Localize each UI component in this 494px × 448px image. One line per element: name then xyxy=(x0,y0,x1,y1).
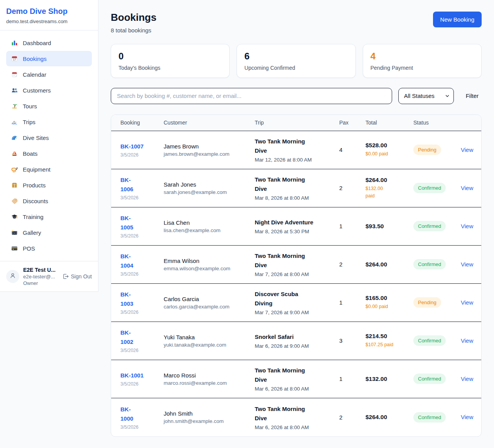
sign-out-button[interactable]: Sign Out xyxy=(63,273,92,280)
stat-value: 4 xyxy=(370,51,474,62)
booking-id-link[interactable]: BK-1001 xyxy=(120,371,144,380)
total-amount: $528.00 xyxy=(365,142,410,149)
trip-name: Discover Scuba Diving xyxy=(255,290,336,308)
trip-datetime: Mar 8, 2026 at 5:30 PM xyxy=(255,229,336,234)
booking-created-date: 3/5/2026 xyxy=(120,195,161,200)
sidebar-item-bookings[interactable]: 17 Bookings xyxy=(6,51,92,66)
stat-label: Upcoming Confirmed xyxy=(244,65,348,71)
pax-count: 3 xyxy=(339,332,365,349)
sidebar-footer: E2E Test U... e2e-tester@... Owner Sign … xyxy=(0,261,98,291)
view-booking-link[interactable]: View xyxy=(461,185,473,191)
people-icon xyxy=(11,87,18,94)
sidebar-item-calendar[interactable]: Calendar xyxy=(6,67,92,82)
view-booking-link[interactable]: View xyxy=(461,261,473,268)
booking-id-link[interactable]: BK- 1004 xyxy=(120,252,133,270)
sidebar-header: Demo Dive Shop demo.test.divestreams.com xyxy=(0,0,98,30)
package-icon xyxy=(11,182,18,189)
sidebar-item-tours[interactable]: Tours xyxy=(6,98,92,114)
booking-id-link[interactable]: BK-1007 xyxy=(120,142,144,151)
status-badge: Pending xyxy=(413,297,441,308)
pax-count: 2 xyxy=(339,179,365,197)
status-filter-select[interactable]: All Statuses xyxy=(398,88,454,104)
booking-id-link[interactable]: BK- 1003 xyxy=(120,290,133,308)
customer-name: Sarah Jones xyxy=(164,181,252,188)
search-input[interactable] xyxy=(111,88,392,104)
user-name: E2E Test U... xyxy=(23,267,59,273)
view-booking-link[interactable]: View xyxy=(461,147,473,153)
table-row: BK-1007 3/5/2026 James Brown james.brown… xyxy=(111,131,481,169)
table-row: BK- 1006 3/5/2026 Sarah Jones sarah.jone… xyxy=(111,169,481,207)
trip-datetime: Mar 6, 2026 at 9:00 AM xyxy=(255,343,336,349)
shop-name: Demo Dive Shop xyxy=(6,7,92,16)
total-amount: $264.00 xyxy=(365,261,410,268)
booking-created-date: 3/5/2026 xyxy=(120,271,161,277)
status-badge: Pending xyxy=(413,145,441,155)
view-booking-link[interactable]: View xyxy=(461,223,473,229)
booking-id-link[interactable]: BK- 1005 xyxy=(120,214,133,232)
paid-amount: $0.00 paid xyxy=(365,150,410,158)
table-header-row: Booking Customer Trip Pax Total Status xyxy=(111,115,481,131)
table-row: BK- 1004 3/5/2026 Emma Wilson emma.wilso… xyxy=(111,246,481,284)
status-badge: Confirmed xyxy=(413,221,446,231)
pax-count: 1 xyxy=(339,370,365,387)
sidebar-item-dashboard[interactable]: Dashboard xyxy=(6,35,92,51)
trip-datetime: Mar 8, 2026 at 8:00 AM xyxy=(255,195,336,201)
trip-name: Snorkel Safari xyxy=(255,332,336,342)
filters-row: All Statuses Filter xyxy=(111,88,482,104)
sidebar-item-products[interactable]: Products xyxy=(6,177,92,193)
trip-datetime: Mar 7, 2026 at 8:00 AM xyxy=(255,271,336,277)
total-amount: $165.00 xyxy=(365,295,410,301)
user-role: Owner xyxy=(23,280,59,286)
view-booking-link[interactable]: View xyxy=(461,299,473,306)
stat-card: 4 Pending Payment xyxy=(363,44,482,78)
user-info: E2E Test U... e2e-tester@... Owner xyxy=(23,267,59,286)
view-booking-link[interactable]: View xyxy=(461,376,473,382)
status-badge: Confirmed xyxy=(413,183,446,193)
total-amount: $264.00 xyxy=(365,414,410,421)
sidebar-item-training[interactable]: Training xyxy=(6,209,92,224)
stat-value: 0 xyxy=(118,51,222,62)
view-booking-link[interactable]: View xyxy=(461,414,473,420)
customer-email: marco.rossi@example.com xyxy=(164,380,252,386)
paid-amount: $0.00 paid xyxy=(365,303,410,310)
sidebar-item-gallery[interactable]: Gallery xyxy=(6,225,92,240)
booking-id-link[interactable]: BK- 1006 xyxy=(120,175,133,194)
table-row: BK-1001 3/5/2026 Marco Rossi marco.rossi… xyxy=(111,360,481,398)
sidebar-item-trips[interactable]: Trips xyxy=(6,114,92,130)
shop-domain: demo.test.divestreams.com xyxy=(6,19,92,24)
booking-id-link[interactable]: BK- 1000 xyxy=(120,405,133,423)
pax-count: 2 xyxy=(339,256,365,273)
bar-chart-icon xyxy=(11,39,18,46)
total-amount: $264.00 xyxy=(365,177,410,184)
column-header-status: Status xyxy=(413,120,461,126)
customer-email: john.smith@example.com xyxy=(164,418,252,424)
stat-label: Pending Payment xyxy=(370,65,474,71)
booking-id-link[interactable]: BK- 1002 xyxy=(120,328,133,347)
sidebar-item-pos[interactable]: POS xyxy=(6,241,92,256)
booking-created-date: 3/5/2026 xyxy=(120,381,161,387)
tag-icon xyxy=(11,197,18,204)
sidebar-item-dive-sites[interactable]: Dive Sites xyxy=(6,130,92,145)
svg-text:17: 17 xyxy=(13,58,16,61)
sidebar-item-equipment[interactable]: Equipment xyxy=(6,162,92,177)
total-amount: $93.50 xyxy=(365,223,410,230)
sidebar-item-customers[interactable]: Customers xyxy=(6,83,92,98)
column-header-total: Total xyxy=(365,120,413,126)
booking-created-date: 3/5/2026 xyxy=(120,424,161,430)
customer-email: yuki.tanaka@example.com xyxy=(164,342,252,348)
user-email: e2e-tester@... xyxy=(23,274,59,280)
customer-email: emma.wilson@example.com xyxy=(164,266,252,271)
stat-value: 6 xyxy=(244,51,348,62)
sidebar-item-discounts[interactable]: Discounts xyxy=(6,193,92,209)
table-row: BK- 1000 3/5/2026 John Smith john.smith@… xyxy=(111,398,481,436)
new-booking-button[interactable]: New Booking xyxy=(433,12,482,27)
customer-email: carlos.garcia@example.com xyxy=(164,304,252,310)
credit-card-icon xyxy=(11,245,18,252)
tear-off-calendar-icon xyxy=(11,71,18,78)
sidebar-item-boats[interactable]: Boats xyxy=(6,146,92,161)
filter-button[interactable]: Filter xyxy=(466,93,479,99)
view-booking-link[interactable]: View xyxy=(461,337,473,344)
status-badge: Confirmed xyxy=(413,259,446,269)
customer-name: James Brown xyxy=(164,143,252,150)
calendar-icon: 17 xyxy=(11,55,18,62)
